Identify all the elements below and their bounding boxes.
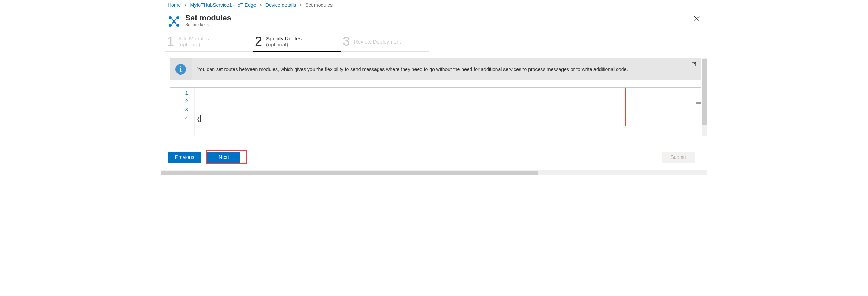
content-pane: i You can set routes between modules, wh… [161, 58, 707, 136]
popout-icon[interactable] [691, 61, 697, 68]
close-icon[interactable] [691, 14, 702, 24]
wizard-footer: Previous Next Submit [161, 146, 707, 170]
next-button[interactable]: Next [207, 152, 240, 163]
step-subtitle: (optional) [266, 41, 302, 47]
line-number: 3 [172, 106, 188, 114]
svg-line-12 [694, 62, 696, 64]
routes-json-editor[interactable]: 1 2 3 4 { "routes": { "route": "FROM /* … [170, 87, 701, 136]
breadcrumb-home[interactable]: Home [168, 2, 181, 8]
svg-line-5 [171, 19, 173, 21]
step-number: 2 [255, 35, 262, 48]
editor-body[interactable]: { "routes": { "route": "FROM /* WHERE to… [195, 88, 701, 136]
vertical-scrollbar[interactable] [702, 58, 707, 136]
wizard-stepper: 1 Add Modules (optional) 2 Specify Route… [161, 31, 707, 52]
step-title: Add Modules [178, 36, 209, 41]
step-title: Review Deployment [354, 39, 401, 45]
svg-point-1 [176, 16, 179, 19]
info-banner: i You can set routes between modules, wh… [170, 58, 701, 80]
step-subtitle: (optional) [178, 41, 209, 47]
step-add-modules[interactable]: 1 Add Modules (optional) [165, 35, 253, 52]
svg-line-6 [175, 19, 177, 21]
step-number: 1 [167, 35, 174, 48]
svg-point-3 [176, 24, 179, 27]
line-number: 1 [172, 89, 188, 97]
step-number: 3 [343, 35, 350, 48]
info-icon-glyph: i [175, 64, 186, 75]
minimap-marker [696, 102, 701, 104]
horizontal-scrollbar[interactable] [161, 170, 707, 175]
line-number: 2 [172, 97, 188, 106]
svg-line-8 [175, 22, 177, 24]
page-subtitle: Set modules [185, 22, 691, 27]
breadcrumb-sep: > [258, 3, 264, 7]
breadcrumb: Home > MyIoTHubService1 - IoT Edge > Dev… [161, 0, 707, 10]
info-text: You can set routes between modules, whic… [192, 63, 701, 76]
set-modules-icon [167, 14, 181, 28]
step-title: Specify Routes [266, 36, 302, 41]
page-header: Set modules Set modules [161, 10, 707, 31]
svg-point-2 [169, 24, 172, 27]
breadcrumb-current: Set modules [305, 2, 333, 8]
breadcrumb-hub[interactable]: MyIoTHubService1 - IoT Edge [190, 2, 256, 8]
page-title: Set modules [185, 14, 691, 22]
svg-point-0 [169, 16, 172, 19]
previous-button[interactable]: Previous [168, 152, 201, 163]
step-review-deployment[interactable]: 3 Review Deployment [341, 35, 429, 52]
info-icon: i [170, 58, 192, 80]
editor-gutter: 1 2 3 4 [170, 88, 195, 136]
submit-button: Submit [662, 152, 695, 163]
breadcrumb-device[interactable]: Device details [265, 2, 296, 8]
text-caret [200, 115, 201, 122]
breadcrumb-sep: > [182, 3, 188, 7]
line-number: 4 [172, 114, 188, 123]
breadcrumb-sep: > [297, 3, 304, 7]
code-token: { [197, 116, 200, 122]
step-specify-routes[interactable]: 2 Specify Routes (optional) [253, 35, 341, 52]
svg-line-7 [171, 22, 173, 24]
